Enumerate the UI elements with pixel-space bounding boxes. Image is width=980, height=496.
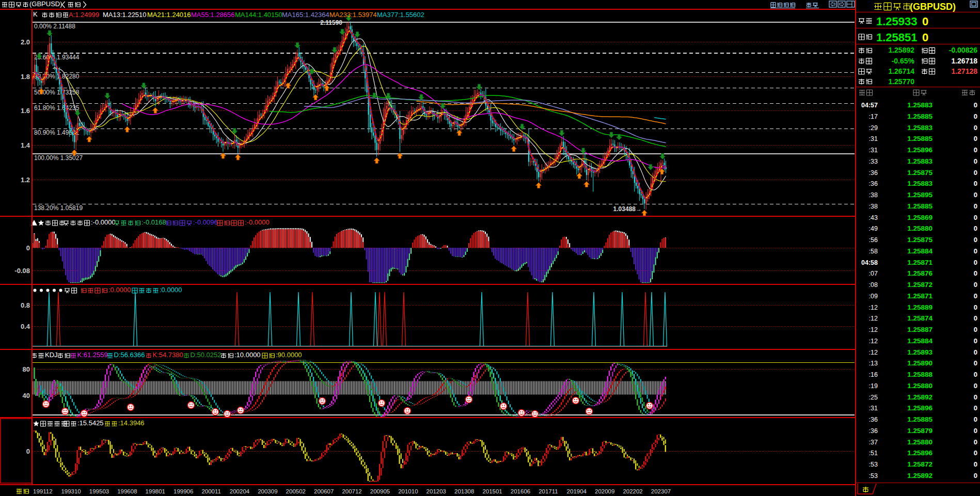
svg-text::49: :49 (869, 225, 878, 232)
svg-text:0: 0 (974, 449, 977, 457)
svg-text::12: :12 (869, 326, 878, 333)
svg-text:0: 0 (974, 169, 977, 177)
svg-text:0: 0 (974, 157, 977, 165)
svg-text:1.25875: 1.25875 (907, 236, 932, 244)
svg-text:0: 0 (974, 326, 977, 333)
svg-text:(GBPUSD): (GBPUSD) (910, 2, 956, 12)
svg-text::10.0000: :10.0000 (234, 351, 261, 359)
svg-text:202009: 202009 (595, 488, 614, 494)
svg-text::53: :53 (869, 461, 878, 468)
svg-text:200712: 200712 (342, 488, 361, 494)
svg-text:1.25892: 1.25892 (907, 472, 932, 479)
svg-text:1.25885: 1.25885 (907, 135, 932, 142)
svg-text:1.25879: 1.25879 (907, 427, 932, 435)
svg-text:201501: 201501 (482, 488, 502, 494)
svg-text:1.25885: 1.25885 (907, 113, 932, 120)
svg-text::08: :08 (869, 281, 878, 289)
svg-text:1.6: 1.6 (21, 107, 30, 115)
svg-text::-0.0168: :-0.0168 (141, 218, 166, 226)
svg-text::12: :12 (869, 338, 878, 345)
svg-text:1.4: 1.4 (21, 141, 30, 149)
svg-text:MA144:1.40150: MA144:1.40150 (235, 11, 282, 19)
svg-text:1.25895: 1.25895 (907, 191, 932, 199)
svg-text:199310: 199310 (61, 488, 81, 494)
svg-text:1.25770: 1.25770 (888, 77, 914, 86)
svg-text:1.25884: 1.25884 (907, 337, 932, 345)
svg-text:1.25896: 1.25896 (907, 146, 932, 154)
svg-text:1.25874: 1.25874 (907, 314, 932, 322)
svg-text:MA377:1.55602: MA377:1.55602 (377, 11, 424, 19)
svg-text:MA233:1.53974: MA233:1.53974 (329, 11, 377, 19)
svg-text::17: :17 (869, 113, 878, 120)
svg-text:1.25884: 1.25884 (907, 247, 932, 255)
svg-text:0: 0 (974, 236, 977, 244)
svg-text:1.25888: 1.25888 (907, 371, 932, 378)
svg-text:1.25872: 1.25872 (907, 281, 932, 289)
svg-text:0: 0 (974, 214, 977, 221)
svg-text:1.26718: 1.26718 (951, 57, 977, 65)
svg-text:0: 0 (974, 438, 977, 446)
svg-text:-0.08: -0.08 (14, 267, 30, 275)
svg-text:1.25880: 1.25880 (907, 438, 932, 446)
svg-text:1.25851: 1.25851 (876, 31, 918, 44)
svg-text:0: 0 (974, 180, 977, 187)
svg-text:0.8: 0.8 (21, 301, 30, 309)
svg-text:MA165:1.42364: MA165:1.42364 (282, 11, 329, 19)
svg-text:D:50.0252: D:50.0252 (191, 351, 222, 359)
svg-text::15.5425: :15.5425 (77, 419, 104, 427)
svg-text::0.0000: :0.0000 (160, 286, 182, 294)
svg-text::25: :25 (869, 394, 878, 401)
svg-text:1.25880: 1.25880 (907, 225, 932, 232)
svg-text::58: :58 (869, 248, 878, 255)
svg-text:1.26714: 1.26714 (888, 67, 914, 75)
svg-text:1.25896: 1.25896 (907, 404, 932, 412)
svg-text::0.0000: :0.0000 (108, 286, 131, 294)
svg-text:1.25892: 1.25892 (888, 46, 914, 54)
svg-text:202202: 202202 (623, 488, 642, 494)
svg-text:0: 0 (974, 113, 977, 120)
svg-text::16: :16 (869, 371, 878, 378)
svg-text:-0.65%: -0.65% (892, 57, 915, 65)
svg-text:202307: 202307 (651, 488, 671, 494)
svg-text:1.2: 1.2 (21, 176, 30, 184)
svg-text::-0.0000: :-0.0000 (245, 218, 270, 226)
svg-text:201010: 201010 (398, 488, 418, 494)
svg-text:201203: 201203 (426, 488, 446, 494)
svg-text:0.00% 2.11488: 0.00% 2.11488 (34, 23, 75, 30)
svg-text:0: 0 (974, 415, 977, 423)
svg-text:138.20% 1.05819: 138.20% 1.05819 (34, 204, 83, 212)
svg-text:0: 0 (974, 281, 977, 289)
svg-text::43: :43 (869, 214, 878, 221)
svg-text:MA55:1.28656: MA55:1.28656 (191, 11, 235, 19)
svg-text::31: :31 (869, 135, 878, 142)
svg-text:1.25893: 1.25893 (907, 348, 932, 356)
svg-text:0: 0 (974, 371, 977, 378)
svg-text:0: 0 (974, 460, 977, 468)
svg-text:200011: 200011 (201, 488, 221, 494)
svg-text:-0.00826: -0.00826 (949, 46, 977, 54)
svg-text::12: :12 (869, 304, 878, 311)
svg-text:0: 0 (974, 269, 977, 277)
svg-text:0: 0 (974, 292, 977, 300)
svg-text::38: :38 (869, 191, 878, 199)
svg-text:0.4: 0.4 (21, 323, 30, 330)
svg-text:1.25890: 1.25890 (907, 359, 932, 367)
svg-text:61.80% 1.64235: 61.80% 1.64235 (34, 104, 80, 111)
svg-text:1.25880: 1.25880 (907, 382, 932, 390)
svg-text:(GBPUSD): (GBPUSD) (29, 0, 62, 8)
svg-text::12: :12 (869, 349, 878, 356)
svg-text:0: 0 (974, 359, 977, 367)
svg-text:1.25876: 1.25876 (907, 269, 932, 277)
svg-text:0: 0 (974, 314, 977, 322)
svg-text::36: :36 (869, 416, 878, 423)
svg-text:0: 0 (974, 191, 977, 199)
svg-text::09: :09 (869, 293, 878, 300)
svg-text:0: 0 (974, 259, 977, 266)
svg-text:200607: 200607 (314, 488, 334, 494)
svg-text::90.0000: :90.0000 (276, 351, 302, 359)
svg-text:0: 0 (974, 337, 977, 345)
svg-text:0: 0 (922, 31, 928, 44)
svg-text:199608: 199608 (117, 488, 137, 494)
svg-text:0: 0 (974, 124, 977, 132)
svg-text:0: 0 (974, 225, 977, 232)
